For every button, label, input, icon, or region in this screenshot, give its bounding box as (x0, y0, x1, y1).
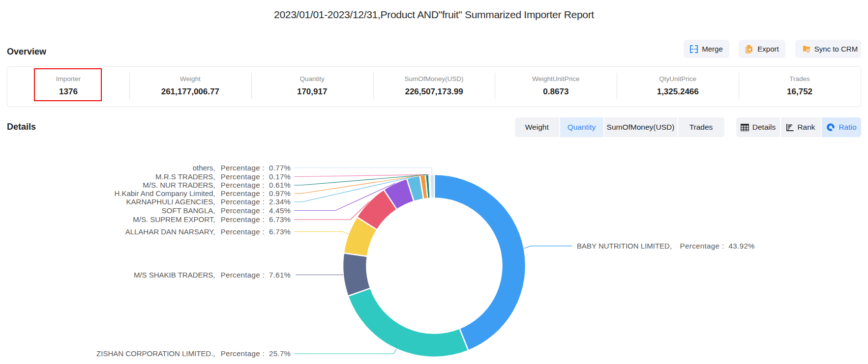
svg-text:H.Kabir And Company Limited,: H.Kabir And Company Limited, (114, 189, 215, 197)
svg-text:M/S SHAKIB TRADERS,: M/S SHAKIB TRADERS, (134, 271, 215, 279)
svg-text:SOFT BANGLA,: SOFT BANGLA, (162, 206, 215, 215)
svg-text:Percentage : 4.45%: Percentage : 4.45% (221, 206, 291, 215)
svg-text:Percentage : 25.7%: Percentage : 25.7% (221, 349, 291, 358)
svg-text:Percentage : 0.17%: Percentage : 0.17% (221, 172, 291, 181)
svg-text:M.R.S TRADERS,: M.R.S TRADERS, (155, 172, 215, 181)
svg-text:BABY NUTRITION LIMITED,: BABY NUTRITION LIMITED, (577, 242, 672, 250)
svg-text:ZISHAN CORPORATION LIMITED.,: ZISHAN CORPORATION LIMITED., (96, 349, 215, 358)
svg-text:Percentage : 0.77%: Percentage : 0.77% (221, 164, 291, 172)
svg-text:Percentage : 43.92%: Percentage : 43.92% (680, 242, 755, 250)
svg-text:M/S. SUPREM EXPORT,: M/S. SUPREM EXPORT, (133, 215, 215, 224)
svg-text:KARNAPHULI AGENCIES,: KARNAPHULI AGENCIES, (126, 197, 215, 206)
svg-text:M/S. NUR TRADERS,: M/S. NUR TRADERS, (143, 181, 215, 189)
svg-text:others,: others, (193, 164, 215, 172)
svg-text:Percentage : 6.73%: Percentage : 6.73% (221, 215, 291, 224)
svg-text:Percentage : 2.34%: Percentage : 2.34% (221, 197, 291, 206)
svg-text:ALLAHAR DAN NARSARY,: ALLAHAR DAN NARSARY, (125, 227, 215, 236)
svg-text:Percentage : 7.61%: Percentage : 7.61% (221, 271, 291, 279)
svg-text:Percentage : 0.97%: Percentage : 0.97% (221, 189, 291, 197)
svg-text:Percentage : 6.73%: Percentage : 6.73% (221, 227, 291, 236)
svg-text:Percentage : 0.61%: Percentage : 0.61% (221, 181, 291, 189)
